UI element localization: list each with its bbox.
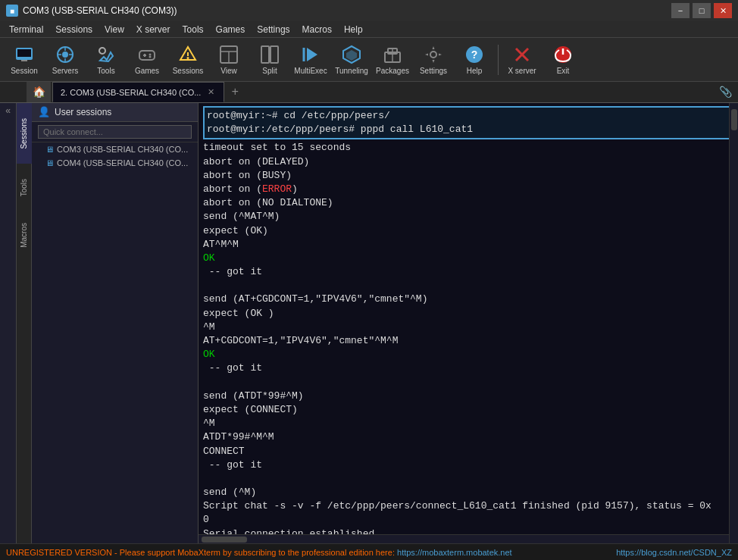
terminal-area: root@myir:~# cd /etc/ppp/peers/ root@myi… bbox=[199, 103, 738, 543]
sessions-tb-icon bbox=[177, 44, 199, 65]
terminal-line: timeout set to 15 seconds bbox=[203, 141, 733, 155]
terminal-line: Script chat -s -v -f /etc/ppp/peers/conn… bbox=[203, 499, 733, 513]
menu-games[interactable]: Games bbox=[210, 23, 252, 36]
terminal-line: abort on (NO DIALTONE) bbox=[203, 196, 733, 210]
app-icon: ■ bbox=[6, 5, 18, 17]
sessions-sidebar-label: Sessions bbox=[20, 118, 28, 149]
tools-sidebar-tab[interactable]: Tools bbox=[17, 165, 32, 211]
terminal-line bbox=[203, 472, 733, 486]
horizontal-scrollbar-thumb[interactable] bbox=[202, 537, 247, 543]
settings-icon bbox=[423, 44, 444, 65]
collapse-sidebar-button[interactable]: « bbox=[4, 105, 12, 118]
minimize-button[interactable]: − bbox=[671, 3, 690, 18]
settings-label: Settings bbox=[420, 67, 447, 75]
sessions-sidebar-tab[interactable]: Sessions bbox=[17, 103, 32, 164]
terminal-line: AT+CGDCONT=1,"IPV4V6","cmnet"^M^M bbox=[203, 334, 733, 348]
view-button[interactable]: View bbox=[209, 41, 249, 79]
list-item[interactable]: 🖥 COM4 (USB-SERIAL CH340 (CO... bbox=[32, 156, 198, 170]
terminal-line: ^M bbox=[203, 417, 733, 430]
tools-label: Tools bbox=[97, 67, 114, 75]
help-label: Help bbox=[467, 67, 483, 75]
title-text: COM3 (USB-SERIAL CH340 (COM3)) bbox=[23, 5, 671, 16]
terminal-line: abort on (BUSY) bbox=[203, 169, 733, 183]
servers-button[interactable]: Servers bbox=[45, 41, 85, 79]
terminal-line bbox=[203, 376, 733, 389]
split-button[interactable]: Split bbox=[250, 41, 289, 79]
terminal-line: -- got it bbox=[203, 458, 733, 472]
tab-close-button[interactable]: ✕ bbox=[205, 87, 216, 98]
menu-help[interactable]: Help bbox=[338, 23, 369, 36]
xserver-button[interactable]: X server bbox=[502, 41, 542, 79]
scrollbar-thumb[interactable] bbox=[731, 109, 737, 130]
maximize-button[interactable]: □ bbox=[693, 3, 711, 18]
tunneling-label: Tunneling bbox=[335, 67, 368, 75]
sessions-tb-button[interactable]: Sessions bbox=[168, 41, 208, 79]
session-name: COM4 (USB-SERIAL CH340 (CO... bbox=[57, 158, 188, 167]
tunneling-button[interactable]: Tunneling bbox=[332, 41, 371, 79]
menu-sessions[interactable]: Sessions bbox=[49, 23, 99, 36]
settings-button[interactable]: Settings bbox=[414, 41, 453, 79]
list-item[interactable]: 🖥 COM3 (USB-SERIAL CH340 (CO... bbox=[32, 142, 198, 156]
svg-rect-22 bbox=[270, 46, 278, 63]
toolbar-separator bbox=[498, 45, 499, 75]
blog-link[interactable]: https://blog.csdn.net/CSDN_XZ bbox=[616, 548, 732, 557]
terminal-line: expect (CONNECT) bbox=[203, 403, 733, 417]
tab-bar: 🏠 2. COM3 (USB-SERIAL CH340 (CO... ✕ + 📎 bbox=[0, 82, 738, 103]
menu-view[interactable]: View bbox=[99, 23, 130, 36]
menu-xserver[interactable]: X server bbox=[130, 23, 177, 36]
terminal-line: -- got it bbox=[203, 265, 733, 279]
status-link[interactable]: https://mobaxterm.mobatek.net bbox=[397, 548, 512, 557]
tunneling-icon bbox=[341, 44, 362, 65]
scrollbar[interactable] bbox=[729, 103, 738, 543]
terminal-line: CONNECT bbox=[203, 445, 733, 458]
svg-point-30 bbox=[430, 52, 436, 58]
macros-sidebar-tab[interactable]: Macros bbox=[17, 212, 32, 258]
multiexec-label: MultiExec bbox=[294, 67, 327, 75]
search-input[interactable] bbox=[38, 125, 192, 139]
terminal-line: OK bbox=[203, 348, 733, 361]
menu-terminal[interactable]: Terminal bbox=[3, 23, 49, 36]
terminal-content[interactable]: root@myir:~# cd /etc/ppp/peers/ root@myi… bbox=[199, 103, 738, 534]
tab-label: 2. COM3 (USB-SERIAL CH340 (CO... bbox=[61, 88, 201, 97]
terminal-line bbox=[203, 279, 733, 293]
sessions-header-text: User sessions bbox=[55, 107, 111, 117]
multiexec-button[interactable]: MultiExec bbox=[291, 41, 330, 79]
svg-point-13 bbox=[149, 54, 152, 56]
svg-marker-23 bbox=[307, 48, 317, 61]
tools-button[interactable]: Tools bbox=[86, 41, 126, 79]
active-tab[interactable]: 2. COM3 (USB-SERIAL CH340 (CO... ✕ bbox=[52, 82, 224, 102]
menu-macros[interactable]: Macros bbox=[296, 23, 338, 36]
help-icon: ? bbox=[464, 44, 485, 65]
servers-label: Servers bbox=[52, 67, 78, 75]
horizontal-scrollbar[interactable] bbox=[199, 534, 738, 543]
unregistered-text: UNREGISTERED VERSION - Please support Mo… bbox=[6, 548, 397, 557]
packages-button[interactable]: Packages bbox=[373, 41, 412, 79]
session-icon: 🖥 bbox=[45, 145, 54, 154]
terminal-line: send (^M) bbox=[203, 486, 733, 499]
svg-marker-26 bbox=[346, 50, 357, 61]
games-button[interactable]: Games bbox=[127, 41, 167, 79]
terminal-line: -- got it bbox=[203, 361, 733, 375]
menu-tools[interactable]: Tools bbox=[177, 23, 210, 36]
title-bar: ■ COM3 (USB-SERIAL CH340 (COM3)) − □ ✕ bbox=[0, 0, 738, 21]
toolbar: Session Servers Tools Games Sessions Vie… bbox=[0, 38, 738, 82]
session-name: COM3 (USB-SERIAL CH340 (CO... bbox=[57, 145, 188, 154]
close-button[interactable]: ✕ bbox=[714, 3, 732, 18]
xserver-label: X server bbox=[508, 67, 536, 75]
command-highlight: root@myir:~# cd /etc/ppp/peers/ root@myi… bbox=[203, 106, 733, 139]
sessions-tb-label: Sessions bbox=[173, 67, 204, 75]
help-button[interactable]: ? Help bbox=[455, 41, 494, 79]
sessions-panel: 👤 User sessions 🖥 COM3 (USB-SERIAL CH340… bbox=[32, 103, 199, 543]
session-button[interactable]: Session bbox=[5, 41, 44, 79]
terminal-line: send (AT+CGDCONT=1,"IPV4V6","cmnet"^M) bbox=[203, 293, 733, 306]
terminal-line: 0 bbox=[203, 513, 733, 527]
tools-sidebar-label: Tools bbox=[20, 179, 28, 196]
add-tab-button[interactable]: + bbox=[224, 82, 245, 102]
terminal-line: ATDT*99#^M^M bbox=[203, 430, 733, 444]
svg-point-17 bbox=[187, 57, 189, 59]
terminal-line: ^M bbox=[203, 321, 733, 334]
menu-settings[interactable]: Settings bbox=[251, 23, 296, 36]
exit-button[interactable]: Exit bbox=[543, 41, 583, 79]
svg-rect-2 bbox=[21, 60, 27, 61]
home-tab[interactable]: 🏠 bbox=[27, 82, 51, 102]
